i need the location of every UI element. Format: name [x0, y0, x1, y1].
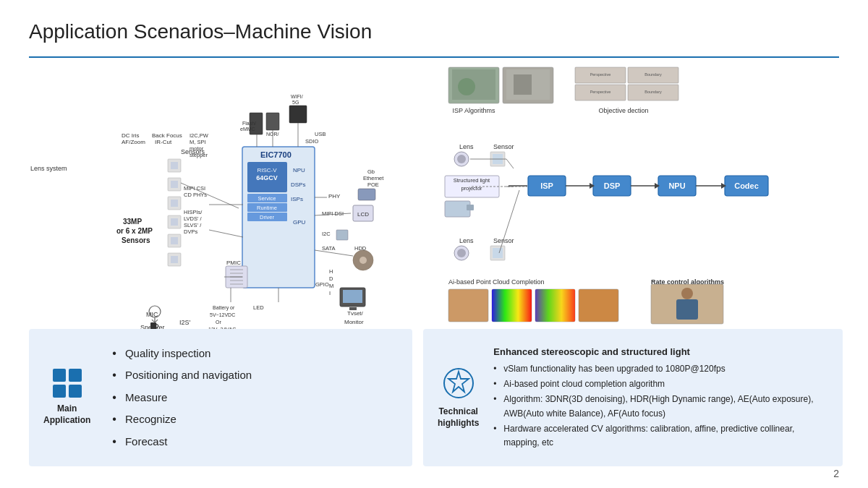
- bullet-recognize: Recognize: [112, 408, 252, 430]
- svg-text:Sensor: Sensor: [493, 143, 514, 150]
- svg-text:Lens: Lens: [459, 237, 474, 244]
- svg-rect-173: [676, 299, 698, 320]
- svg-text:projector: projector: [461, 185, 482, 192]
- svg-text:M: M: [329, 283, 333, 289]
- svg-text:LED: LED: [253, 304, 264, 311]
- isp-diagram: ISP Algorithms Perspective Boundary Pers…: [441, 64, 846, 331]
- svg-text:Monitor: Monitor: [344, 319, 364, 325]
- svg-text:POE: POE: [367, 181, 379, 188]
- svg-text:stepper: stepper: [190, 152, 208, 158]
- icon-square-3: [53, 385, 66, 398]
- svg-text:NPU: NPU: [293, 167, 305, 174]
- svg-text:5V~12VDC: 5V~12VDC: [210, 312, 235, 317]
- svg-text:Back Focus: Back Focus: [152, 132, 182, 139]
- bullet-measure: Measure: [112, 387, 252, 408]
- svg-text:Runtime: Runtime: [257, 205, 277, 211]
- svg-text:64GCV: 64GCV: [256, 174, 278, 181]
- svg-text:Tvset/: Tvset/: [347, 310, 364, 317]
- svg-text:SLVS' /: SLVS' /: [184, 222, 202, 228]
- svg-rect-137: [467, 205, 474, 210]
- svg-point-72: [359, 257, 367, 264]
- svg-rect-27: [171, 256, 178, 263]
- icon-square-2: [69, 369, 82, 382]
- page-title: Application Scenarios–Machine Vision: [29, 20, 372, 43]
- icon-square-4: [69, 385, 82, 398]
- svg-text:HISPIs/: HISPIs/: [184, 209, 203, 215]
- svg-text:Driver: Driver: [260, 214, 275, 221]
- svg-text:WIFI/: WIFI/: [291, 94, 303, 99]
- svg-text:EIC7700: EIC7700: [260, 150, 292, 159]
- svg-rect-94: [343, 290, 362, 303]
- svg-marker-178: [448, 372, 469, 392]
- svg-text:Flash/: Flash/: [242, 121, 256, 126]
- svg-text:IR-Cut: IR-Cut: [155, 139, 172, 145]
- star-shield-icon: [441, 366, 476, 401]
- main-application-icon: MainApplication: [43, 369, 90, 426]
- svg-text:Perspective: Perspective: [590, 90, 611, 94]
- svg-text:Boundary: Boundary: [644, 90, 662, 94]
- svg-text:Codec: Codec: [734, 181, 759, 190]
- svg-rect-53: [266, 113, 279, 130]
- svg-text:Structured light: Structured light: [454, 177, 490, 184]
- svg-text:NPU: NPU: [668, 181, 685, 190]
- svg-rect-66: [358, 189, 375, 200]
- svg-line-163: [514, 190, 519, 208]
- svg-text:33MP: 33MP: [123, 218, 142, 226]
- svg-text:I2C,PW: I2C,PW: [190, 132, 209, 139]
- bottom-right-panel: Technicalhighlights Enhanced stereoscopi…: [423, 329, 843, 466]
- application-bullets: Quality inspection Positioning and navig…: [112, 343, 252, 453]
- svg-rect-136: [445, 201, 470, 217]
- svg-text:GPU: GPU: [293, 219, 306, 226]
- svg-text:I2S': I2S': [179, 319, 191, 326]
- svg-text:LVDS' /: LVDS' /: [184, 215, 203, 222]
- svg-text:ISP: ISP: [540, 181, 553, 190]
- svg-rect-143: [493, 248, 503, 258]
- svg-text:Or: Or: [216, 320, 221, 325]
- svg-rect-167: [448, 289, 488, 322]
- svg-text:DSP: DSP: [604, 181, 621, 190]
- svg-rect-55: [289, 106, 307, 123]
- tech-bullet-4: Hardware accelerated CV algorithms: cali…: [493, 422, 828, 451]
- svg-text:Lens: Lens: [459, 143, 474, 150]
- svg-text:Gb: Gb: [367, 168, 375, 175]
- bullet-forecast: Forecast: [112, 431, 252, 453]
- svg-rect-176: [535, 289, 575, 322]
- svg-rect-68: [336, 230, 348, 240]
- bullet-positioning: Positioning and navigation: [112, 364, 252, 386]
- svg-text:I2C: I2C: [322, 231, 331, 237]
- svg-text:RISC-V: RISC-V: [257, 167, 277, 174]
- svg-rect-23: [171, 218, 178, 226]
- svg-point-114: [458, 78, 475, 95]
- svg-text:motor: motor: [190, 145, 204, 152]
- svg-rect-21: [171, 200, 178, 207]
- svg-text:ISP Algorithms: ISP Algorithms: [453, 107, 495, 114]
- svg-text:MIPI CSI: MIPI CSI: [184, 185, 205, 192]
- tech-bullet-3: Algorithm: 3DNR(3D denoising), HDR(High …: [493, 393, 828, 421]
- svg-text:SDIO: SDIO: [305, 138, 319, 145]
- svg-line-160: [506, 159, 514, 168]
- svg-rect-116: [514, 74, 532, 95]
- svg-text:GPIO: GPIO: [315, 281, 329, 288]
- svg-text:Objective dection: Objective dection: [598, 107, 648, 114]
- svg-text:Lens system: Lens system: [30, 165, 67, 172]
- bullet-quality: Quality inspection: [112, 343, 252, 364]
- svg-text:Boundary: Boundary: [644, 72, 662, 77]
- svg-text:Service: Service: [258, 195, 276, 202]
- svg-text:USB: USB: [315, 131, 326, 137]
- svg-rect-19: [171, 181, 178, 188]
- svg-point-132: [457, 155, 466, 163]
- svg-text:Ai-based Point Cloud Completio: Ai-based Point Cloud Completion: [448, 278, 545, 286]
- bottom-left-panel: MainApplication Quality inspection Posit…: [29, 329, 412, 466]
- svg-text:PHY: PHY: [328, 193, 341, 200]
- svg-rect-95: [349, 307, 357, 310]
- tech-bullet-2: Ai-based point cloud completion algorith…: [493, 377, 828, 392]
- svg-text:DC Iris: DC Iris: [122, 132, 139, 139]
- svg-rect-175: [492, 289, 532, 322]
- svg-text:DSPs: DSPs: [291, 181, 305, 188]
- icon-square-1: [53, 369, 66, 382]
- svg-text:eMMC: eMMC: [240, 127, 255, 132]
- tech-bullet-1: vSlam functionality has been upgraded to…: [493, 362, 828, 377]
- tech-highlights-label: Technicalhighlights: [438, 406, 479, 429]
- svg-text:PMIC: PMIC: [226, 260, 241, 266]
- svg-text:Ethernet: Ethernet: [363, 175, 384, 181]
